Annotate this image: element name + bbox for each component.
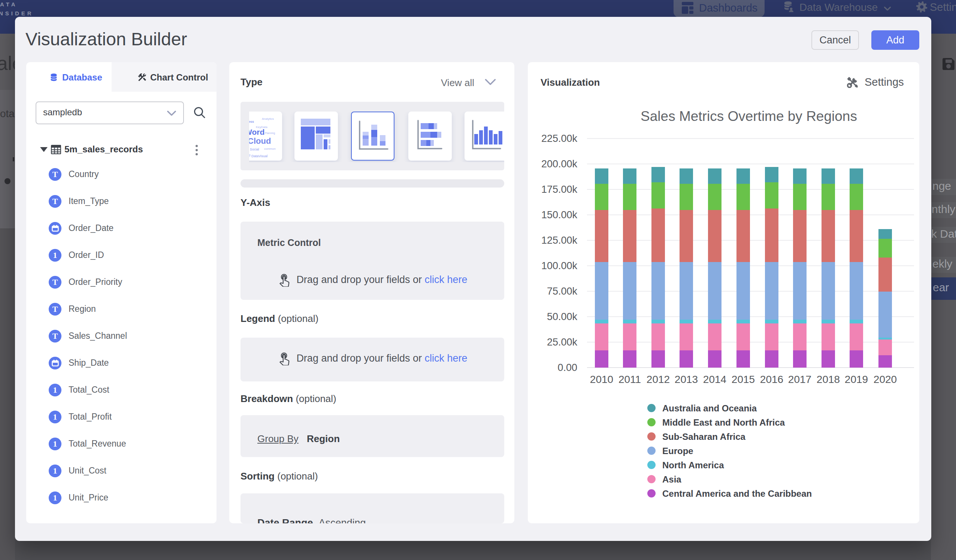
svg-text:125.00k: 125.00k bbox=[541, 235, 578, 246]
svg-text:Central America and the Caribb: Central America and the Caribbean bbox=[662, 488, 812, 499]
svg-text:Sub-Saharan Africa: Sub-Saharan Africa bbox=[662, 431, 745, 442]
svg-text:Word: Word bbox=[249, 128, 264, 136]
svg-text:175.00k: 175.00k bbox=[541, 184, 578, 195]
svg-text:Social: Social bbox=[250, 147, 259, 151]
svg-text:2010: 2010 bbox=[590, 373, 613, 385]
svg-text:50.00k: 50.00k bbox=[547, 311, 578, 322]
svg-text:200.00k: 200.00k bbox=[541, 158, 578, 169]
svg-text:iness: iness bbox=[249, 120, 254, 124]
svg-text:100.00k: 100.00k bbox=[541, 260, 578, 271]
svg-text:North America: North America bbox=[662, 460, 724, 470]
svg-text:Planning: Planning bbox=[265, 132, 275, 135]
svg-text:2016: 2016 bbox=[760, 373, 783, 385]
svg-text:ming: ming bbox=[249, 153, 250, 157]
svg-text:Europe: Europe bbox=[662, 446, 693, 456]
svg-text:Asia: Asia bbox=[662, 474, 681, 485]
svg-text:75.00k: 75.00k bbox=[547, 285, 578, 297]
svg-text:2020: 2020 bbox=[874, 373, 897, 385]
svg-text:2012: 2012 bbox=[646, 373, 670, 385]
svg-text:2013: 2013 bbox=[675, 373, 698, 385]
svg-text:common: common bbox=[264, 147, 276, 151]
svg-text:Australia and Oceania: Australia and Oceania bbox=[662, 403, 757, 413]
svg-text:Middle East and North Africa: Middle East and North Africa bbox=[662, 417, 785, 427]
svg-text:2018: 2018 bbox=[817, 373, 840, 385]
svg-text:2015: 2015 bbox=[732, 373, 755, 385]
svg-text:Cloud: Cloud bbox=[249, 136, 271, 146]
svg-text:0.00: 0.00 bbox=[557, 362, 577, 373]
svg-text:2017: 2017 bbox=[788, 373, 811, 385]
svg-text:Sales Metrics Overtime by Regi: Sales Metrics Overtime by Regions bbox=[641, 108, 857, 124]
svg-text:225.00k: 225.00k bbox=[541, 133, 578, 144]
svg-text:25.00k: 25.00k bbox=[547, 337, 578, 348]
svg-text:DataVisual: DataVisual bbox=[252, 154, 267, 158]
svg-text:2014: 2014 bbox=[703, 373, 726, 385]
svg-text:150.00k: 150.00k bbox=[541, 209, 578, 221]
svg-text:2011: 2011 bbox=[618, 373, 641, 385]
svg-text:Analytics: Analytics bbox=[262, 117, 274, 121]
svg-text:2019: 2019 bbox=[845, 373, 868, 385]
